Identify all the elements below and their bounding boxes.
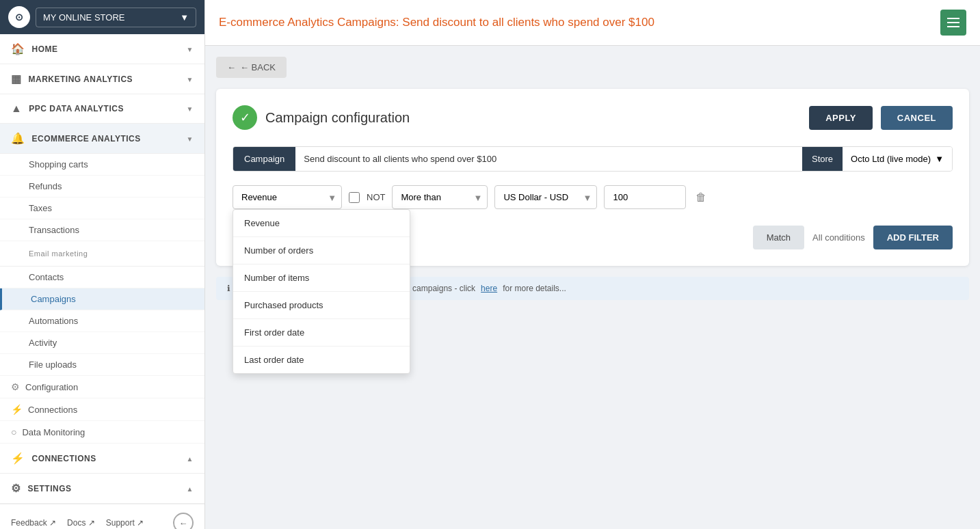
config-panel: ✓ Campaign configuration APPLY CANCEL Ca…	[216, 89, 969, 266]
sidebar-item-transactions[interactable]: Transactions	[0, 219, 204, 241]
page-title: E-commerce Analytics Campaigns: Send dis…	[219, 16, 654, 29]
not-checkbox[interactable]	[349, 192, 360, 203]
back-navigation-button[interactable]: ←	[173, 513, 194, 529]
chevron-down-icon: ▼	[180, 12, 189, 23]
sidebar-item-ecommerce[interactable]: ECOMMERCE ANALYTICS	[0, 124, 204, 154]
monitoring-icon	[11, 426, 16, 437]
sidebar-item-ecommerce-label: ECOMMERCE ANALYTICS	[32, 134, 141, 144]
dropdown-option-first-order-date[interactable]: First order date	[233, 319, 410, 347]
connections-section-label: CONNECTIONS	[32, 454, 96, 463]
sidebar-item-taxes[interactable]: Taxes	[0, 198, 204, 219]
shopping-carts-label: Shopping carts	[29, 159, 88, 169]
feedback-link[interactable]: Feedback ↗	[11, 518, 56, 528]
file-uploads-label: File uploads	[29, 360, 77, 370]
back-button[interactable]: ← ← BACK	[216, 57, 287, 78]
sidebar-item-file-uploads[interactable]: File uploads	[0, 354, 204, 376]
taxes-label: Taxes	[29, 203, 52, 213]
sidebar-item-marketing-label: MARKETING ANALYTICS	[29, 74, 133, 84]
sidebar-item-activity[interactable]: Activity	[0, 332, 204, 354]
sidebar-item-settings-section[interactable]: SETTINGS	[0, 474, 204, 504]
connections-label: Connections	[28, 405, 77, 415]
check-icon: ✓	[233, 105, 257, 130]
sidebar-item-marketing-analytics[interactable]: MARKETING ANALYTICS	[0, 64, 204, 94]
sidebar-item-refunds[interactable]: Refunds	[0, 176, 204, 198]
dropdown-option-number-of-items[interactable]: Number of items	[233, 264, 410, 292]
sidebar-item-connections[interactable]: Connections	[0, 398, 204, 421]
chevron-down-icon: ▼	[935, 154, 944, 164]
store-field-value[interactable]: Octo Ltd (live mode) ▼	[843, 147, 952, 171]
dropdown-option-number-of-orders[interactable]: Number of orders	[233, 237, 410, 264]
add-filter-button[interactable]: ADD FILTER	[873, 226, 953, 249]
delete-icon: 🗑	[696, 191, 706, 203]
email-marketing-section: Email marketing	[0, 241, 204, 267]
dropdown-option-purchased-products[interactable]: Purchased products	[233, 292, 410, 319]
back-arrow-icon: ←	[227, 62, 236, 72]
sidebar-item-data-monitoring[interactable]: Data Monitoring	[0, 421, 204, 444]
sidebar-item-configuration[interactable]: Configuration	[0, 376, 204, 398]
marketing-icon	[11, 72, 22, 85]
sidebar-item-home[interactable]: HOME	[0, 34, 204, 64]
settings-icon	[11, 482, 21, 495]
main-body: ← ← BACK ✓ Campaign configuration APPLY …	[205, 46, 980, 529]
connections-icon	[11, 404, 23, 415]
cancel-button[interactable]: CANCEL	[881, 106, 953, 130]
filter-row: Revenue ▼ Revenue Number of orders Numbe…	[233, 185, 953, 209]
data-monitoring-label: Data Monitoring	[22, 427, 85, 437]
sidebar-item-campaigns[interactable]: Campaigns	[0, 288, 204, 310]
chevron-up-icon	[187, 484, 194, 493]
store-name-label: MY ONLINE STORE	[43, 12, 124, 23]
sidebar-item-shopping-carts[interactable]: Shopping carts	[0, 154, 204, 176]
config-icon	[11, 381, 20, 392]
dropdown-option-revenue[interactable]: Revenue	[233, 210, 410, 237]
info-icon: ℹ	[227, 284, 230, 293]
menu-icon	[947, 26, 959, 27]
info-link[interactable]: here	[481, 284, 497, 293]
sidebar-header: ⊙ MY ONLINE STORE ▼	[0, 0, 204, 34]
sidebar-item-automations[interactable]: Automations	[0, 310, 204, 332]
support-link[interactable]: Support ↗	[106, 518, 144, 528]
sidebar-footer: Feedback ↗ Docs ↗ Support ↗ ←	[0, 504, 204, 529]
condition-selector[interactable]: More than	[392, 185, 488, 209]
chevron-up-icon	[187, 454, 194, 463]
store-selector-button[interactable]: MY ONLINE STORE ▼	[36, 8, 196, 27]
refunds-label: Refunds	[29, 181, 62, 191]
main-content: E-commerce Analytics Campaigns: Send dis…	[205, 0, 980, 529]
info-text-suffix: for more details...	[503, 284, 566, 293]
sidebar-item-ppc[interactable]: PPC DATA ANALYTICS	[0, 94, 204, 124]
back-button-label: ← BACK	[240, 62, 276, 72]
menu-icon	[947, 18, 959, 19]
campaign-field-label: Campaign	[233, 147, 295, 171]
sidebar: ⊙ MY ONLINE STORE ▼ HOME MARKETING ANALY…	[0, 0, 205, 529]
campaign-row: Campaign Store Octo Ltd (live mode) ▼	[233, 146, 953, 172]
sidebar-item-contacts[interactable]: Contacts	[0, 267, 204, 288]
match-button[interactable]: Match	[753, 226, 804, 249]
field-selector[interactable]: Revenue	[233, 185, 342, 209]
apply-button[interactable]: APPLY	[809, 106, 873, 130]
campaign-name-input[interactable]	[295, 147, 802, 171]
chevron-down-icon	[187, 74, 194, 84]
sidebar-item-ppc-label: PPC DATA ANALYTICS	[29, 104, 124, 113]
email-marketing-label: Email marketing	[29, 249, 88, 258]
conditions-label: All conditions	[812, 232, 865, 243]
docs-link[interactable]: Docs ↗	[67, 518, 95, 528]
dropdown-option-last-order-date[interactable]: Last order date	[233, 347, 410, 373]
store-value-label: Octo Ltd (live mode)	[851, 154, 931, 164]
filter-value-input[interactable]	[604, 185, 686, 209]
delete-filter-button[interactable]: 🗑	[693, 189, 709, 206]
app-logo: ⊙	[8, 6, 30, 28]
currency-selector[interactable]: US Dollar - USD	[494, 185, 597, 209]
campaign-name-heading: Send discount to all clients who spend o…	[402, 16, 654, 29]
settings-section-label: SETTINGS	[28, 484, 72, 493]
field-dropdown-list: Revenue Number of orders Number of items…	[233, 209, 410, 374]
ppc-icon	[11, 103, 22, 115]
chevron-down-icon	[187, 134, 194, 144]
hamburger-menu-button[interactable]	[940, 10, 966, 36]
chevron-down-icon	[187, 104, 194, 113]
main-header: E-commerce Analytics Campaigns: Send dis…	[205, 0, 980, 46]
config-header: ✓ Campaign configuration APPLY CANCEL	[233, 105, 953, 130]
menu-icon	[947, 22, 959, 23]
not-label: NOT	[367, 192, 385, 202]
sidebar-item-connections-section[interactable]: CONNECTIONS	[0, 444, 204, 474]
campaigns-label: Campaigns	[31, 294, 76, 304]
activity-label: Activity	[29, 338, 57, 348]
